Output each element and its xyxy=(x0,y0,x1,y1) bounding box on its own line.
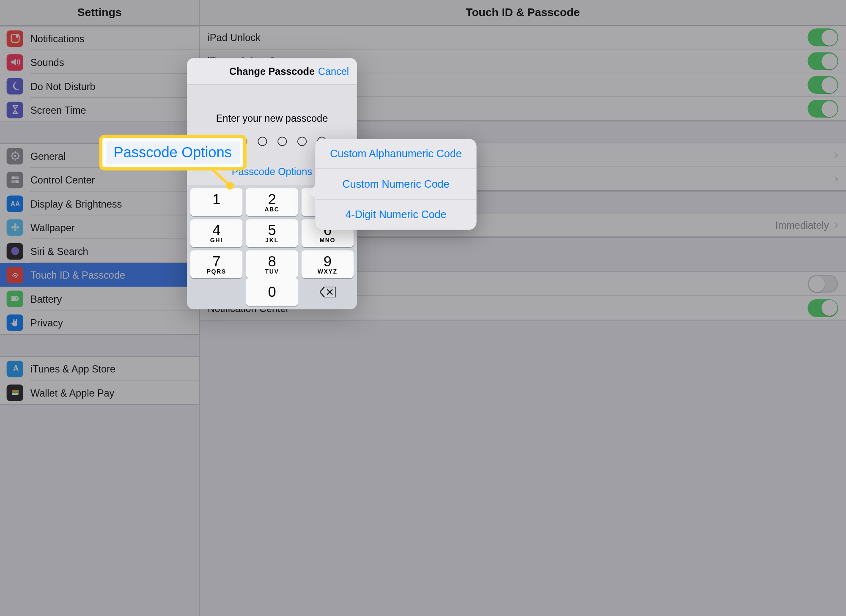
svg-point-13 xyxy=(16,226,19,228)
svg-point-12 xyxy=(11,226,14,228)
row-label: iPad Unlock xyxy=(208,32,261,43)
sidebar-item-wallet[interactable]: Wallet & Apple Pay xyxy=(0,381,199,404)
sidebar-item-itunes[interactable]: iTunes & App Store xyxy=(0,357,199,381)
keypad-letters: PQRS xyxy=(207,268,226,275)
wallet-icon xyxy=(7,384,23,401)
flower-icon xyxy=(7,219,23,235)
keypad-digit: 8 xyxy=(268,254,276,268)
svg-text:AA: AA xyxy=(10,200,20,208)
aa-icon: AA xyxy=(7,195,23,212)
sidebar-item-label: Touch ID & Passcode xyxy=(30,269,125,281)
require-value: Immediately xyxy=(775,219,829,231)
hourglass-icon xyxy=(7,101,23,118)
svg-rect-17 xyxy=(17,298,19,300)
cancel-button[interactable]: Cancel xyxy=(318,66,349,77)
keypad-key-8[interactable]: 8TUV xyxy=(246,250,298,278)
keypad-key-0[interactable]: 0 xyxy=(246,278,298,306)
sidebar-item-label: Wallet & Apple Pay xyxy=(30,387,114,398)
keypad-digit: 0 xyxy=(268,285,276,299)
keypad-letters: ABC xyxy=(264,206,279,213)
keypad-digit: 1 xyxy=(212,192,220,206)
sidebar-item-touchid[interactable]: Touch ID & Passcode xyxy=(0,263,199,287)
toggle-today-view[interactable] xyxy=(808,275,838,293)
passcode-dot xyxy=(258,137,267,146)
keypad-key-9[interactable]: 9WXYZ xyxy=(302,250,354,278)
chevron-right-icon: › xyxy=(834,148,838,162)
svg-rect-16 xyxy=(11,297,16,300)
svg-point-3 xyxy=(14,155,16,157)
sidebar-item-label: Siri & Search xyxy=(30,245,88,257)
keypad-digit: 5 xyxy=(268,223,276,237)
settings-sidebar: Settings NotificationsSoundsDo Not Distu… xyxy=(0,0,200,616)
moon-icon xyxy=(7,78,23,94)
svg-point-7 xyxy=(16,181,18,183)
sidebar-item-label: iTunes & App Store xyxy=(30,363,115,375)
option-4digit[interactable]: 4-Digit Numeric Code xyxy=(315,200,476,230)
keypad-key-2[interactable]: 2ABC xyxy=(246,188,298,216)
sidebar-item-screentime[interactable]: Screen Time xyxy=(0,98,199,121)
callout-highlight: Passcode Options xyxy=(99,135,246,170)
sidebar-item-label: Control Center xyxy=(30,174,95,186)
toggle-hidden-1[interactable] xyxy=(808,76,838,94)
notifications-icon xyxy=(7,30,23,47)
keypad-letters: JKL xyxy=(265,237,278,244)
callout-text: Passcode Options xyxy=(106,141,239,164)
gear-icon xyxy=(7,148,23,164)
passcode-dot xyxy=(297,137,306,146)
sidebar-item-siri[interactable]: Siri & Search xyxy=(0,239,199,263)
detail-title: Touch ID & Passcode xyxy=(200,0,846,26)
sidebar-item-label: Display & Brightness xyxy=(30,198,122,209)
appstore-icon xyxy=(7,360,23,377)
svg-point-1 xyxy=(16,35,18,38)
svg-point-22 xyxy=(226,182,234,190)
keypad-key-5[interactable]: 5JKL xyxy=(246,219,298,247)
keypad-letters xyxy=(215,206,217,213)
sidebar-item-controlcenter[interactable]: Control Center xyxy=(0,168,199,192)
sidebar-item-wallpaper[interactable]: Wallpaper xyxy=(0,215,199,239)
keypad-digit: 9 xyxy=(324,254,332,268)
sidebar-item-display[interactable]: AADisplay & Brightness xyxy=(0,192,199,215)
svg-point-9 xyxy=(14,226,16,228)
sidebar-item-label: Privacy xyxy=(30,317,63,328)
keypad-digit: 2 xyxy=(268,192,276,206)
sidebar-item-notifications[interactable]: Notifications xyxy=(0,27,199,50)
keypad-key-1[interactable]: 1 xyxy=(190,188,242,216)
svg-rect-20 xyxy=(11,392,18,393)
option-custom-numeric[interactable]: Custom Numeric Code xyxy=(315,169,476,200)
keypad-key-4[interactable]: 4GHI xyxy=(190,219,242,247)
keypad-letters: MNO xyxy=(319,237,335,244)
sidebar-item-label: Screen Time xyxy=(30,104,86,115)
keypad-backspace[interactable] xyxy=(302,278,354,306)
chevron-right-icon: › xyxy=(834,172,838,186)
option-alphanumeric[interactable]: Custom Alphanumeric Code xyxy=(315,139,476,169)
keypad-letters: WXYZ xyxy=(318,268,338,275)
siri-icon xyxy=(7,243,23,259)
hand-icon xyxy=(7,314,23,331)
keypad-key-7[interactable]: 7PQRS xyxy=(190,250,242,278)
toggle-itunes-appstore[interactable] xyxy=(808,52,838,70)
row-ipad-unlock[interactable]: iPad Unlock xyxy=(200,26,846,49)
sidebar-item-dnd[interactable]: Do Not Disturb xyxy=(0,74,199,98)
toggle-ipad-unlock[interactable] xyxy=(808,28,838,46)
sidebar-title: Settings xyxy=(0,0,199,26)
passcode-instruction: Enter your new passcode xyxy=(187,85,357,123)
toggle-hidden-2[interactable] xyxy=(808,100,838,118)
sidebar-item-label: Notifications xyxy=(30,33,85,44)
sidebar-item-privacy[interactable]: Privacy xyxy=(0,310,199,334)
keypad-letters: TUV xyxy=(265,268,279,275)
sidebar-item-label: Battery xyxy=(30,293,62,304)
svg-point-5 xyxy=(11,176,14,179)
chevron-right-icon: › xyxy=(834,218,838,232)
speaker-icon xyxy=(7,54,23,70)
battery-icon xyxy=(7,290,23,307)
sidebar-item-label: Do Not Disturb xyxy=(30,80,96,92)
sidebar-item-label: Sounds xyxy=(30,57,64,68)
svg-point-14 xyxy=(11,247,19,255)
toggle-notification-center[interactable] xyxy=(808,299,838,317)
sidebar-item-battery[interactable]: Battery xyxy=(0,287,199,310)
sidebar-item-sounds[interactable]: Sounds xyxy=(0,50,199,74)
keypad-letters: GHI xyxy=(210,237,223,244)
svg-point-10 xyxy=(14,223,16,226)
sidebar-item-label: Wallpaper xyxy=(30,222,75,233)
passcode-options-popover: Custom Alphanumeric Code Custom Numeric … xyxy=(315,139,476,230)
